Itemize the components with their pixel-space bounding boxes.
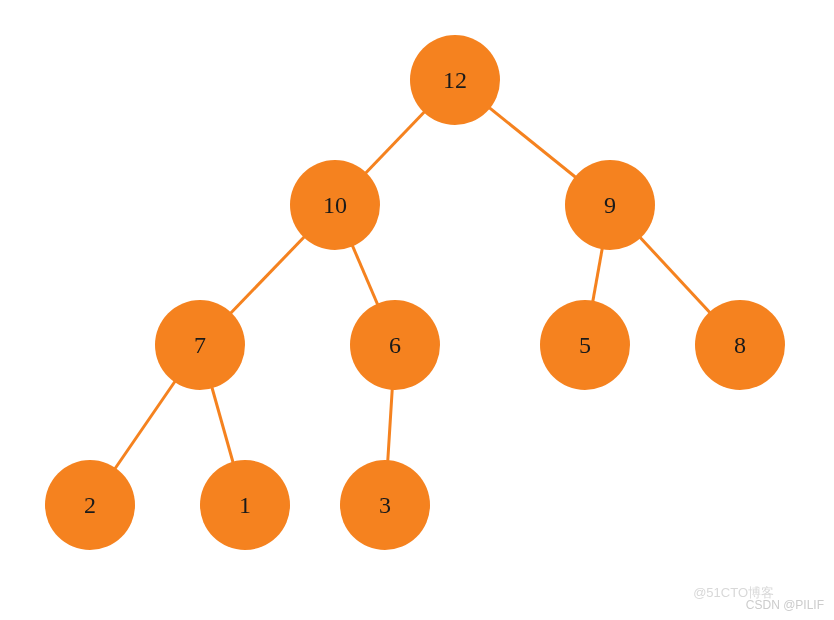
tree-node: 6 [350, 300, 440, 390]
watermark-text-2: CSDN @PILIF [746, 598, 824, 612]
tree-node: 2 [45, 460, 135, 550]
tree-node: 7 [155, 300, 245, 390]
tree-node-value: 1 [239, 492, 251, 519]
tree-node: 8 [695, 300, 785, 390]
tree-node-value: 8 [734, 332, 746, 359]
tree-node: 3 [340, 460, 430, 550]
tree-node: 1 [200, 460, 290, 550]
tree-node-value: 10 [323, 192, 347, 219]
tree-diagram: 121097658213 [0, 0, 834, 620]
tree-node-value: 3 [379, 492, 391, 519]
tree-node-value: 2 [84, 492, 96, 519]
tree-node-value: 7 [194, 332, 206, 359]
tree-node: 9 [565, 160, 655, 250]
tree-node: 5 [540, 300, 630, 390]
tree-node-value: 5 [579, 332, 591, 359]
tree-node-value: 9 [604, 192, 616, 219]
tree-node-value: 12 [443, 67, 467, 94]
tree-node: 12 [410, 35, 500, 125]
tree-node-value: 6 [389, 332, 401, 359]
tree-node: 10 [290, 160, 380, 250]
